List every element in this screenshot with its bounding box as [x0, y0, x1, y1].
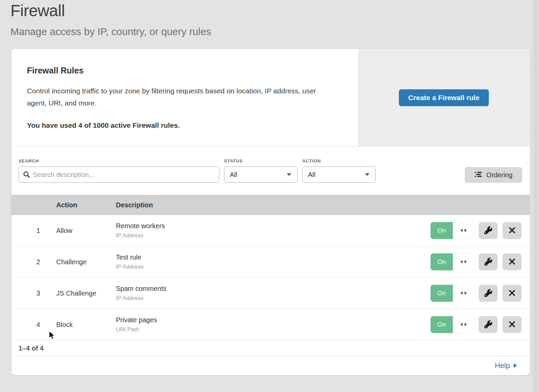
- edit-rule-button[interactable]: [479, 285, 498, 302]
- rule-enabled-toggle[interactable]: On: [431, 222, 474, 239]
- hero-text-block: Firewall Rules Control incoming traffic …: [11, 49, 358, 146]
- rule-description: Spam comments IP Address: [116, 285, 431, 302]
- search-group: SEARCH: [19, 158, 219, 183]
- delete-rule-button[interactable]: [503, 253, 521, 270]
- action-selected-value: All: [308, 171, 315, 179]
- toggle-handle[interactable]: [453, 316, 474, 333]
- card-footer: Help: [11, 356, 530, 375]
- toggle-on-label[interactable]: On: [431, 222, 453, 239]
- table-header: Action Description: [11, 195, 530, 215]
- left-right-arrows-icon: [460, 290, 467, 296]
- close-icon: [508, 321, 516, 329]
- ordering-button[interactable]: Ordering: [465, 167, 522, 183]
- rule-controls: On: [431, 316, 530, 333]
- action-group: ACTION All: [302, 158, 376, 183]
- rule-enabled-toggle[interactable]: On: [431, 253, 474, 270]
- chevron-down-icon: [364, 172, 370, 178]
- table-row: 4 Block Private pages URI Path On: [11, 309, 530, 340]
- left-right-arrows-icon: [460, 322, 467, 328]
- list-icon: [475, 171, 482, 179]
- rule-description: Test rule IP Address: [116, 253, 431, 270]
- close-icon: [508, 227, 516, 235]
- action-label: ACTION: [302, 158, 376, 163]
- firewall-rules-card: Firewall Rules Control incoming traffic …: [11, 49, 530, 375]
- wrench-icon: [484, 226, 492, 235]
- help-link[interactable]: Help: [495, 361, 517, 370]
- hero-title: Firewall Rules: [27, 66, 338, 76]
- hero-section: Firewall Rules Control incoming traffic …: [11, 49, 530, 147]
- hero-description: Control incoming traffic to your zone by…: [27, 85, 338, 109]
- delete-rule-button[interactable]: [503, 222, 521, 239]
- toggle-on-label[interactable]: On: [431, 285, 453, 302]
- rule-match-type: IP Address: [116, 295, 431, 302]
- rule-description-title: Spam comments: [116, 285, 431, 293]
- search-input[interactable]: [19, 167, 219, 183]
- chevron-down-icon: [286, 172, 292, 178]
- toggle-on-label[interactable]: On: [431, 253, 453, 270]
- toggle-handle[interactable]: [453, 285, 474, 302]
- toggle-handle[interactable]: [453, 253, 474, 270]
- left-right-arrows-icon: [460, 228, 467, 234]
- status-select[interactable]: All: [224, 167, 297, 183]
- rule-match-type: IP Address: [116, 232, 431, 239]
- rule-description: Private pages URI Path: [116, 316, 431, 333]
- search-label: SEARCH: [19, 158, 219, 163]
- wrench-icon: [484, 289, 492, 298]
- rule-controls: On: [431, 253, 530, 270]
- rule-controls: On: [431, 222, 530, 239]
- wrench-icon: [484, 320, 492, 329]
- edit-rule-button[interactable]: [479, 222, 498, 239]
- edit-rule-button[interactable]: [479, 316, 498, 333]
- toggle-handle[interactable]: [453, 222, 474, 239]
- action-select[interactable]: All: [302, 167, 376, 183]
- close-icon: [508, 258, 516, 266]
- page-title: Firewall: [10, 1, 539, 20]
- rule-description-title: Private pages: [116, 316, 431, 324]
- status-label: STATUS: [224, 158, 297, 163]
- delete-rule-button[interactable]: [503, 285, 521, 302]
- search-field-wrap: [19, 167, 219, 183]
- wrench-icon: [484, 258, 492, 267]
- table-row: 1 Allow Remote workers IP Address On: [11, 215, 530, 246]
- filter-bar: SEARCH STATUS All ACTION All: [11, 147, 530, 195]
- rule-description-title: Remote workers: [116, 222, 431, 230]
- rule-description: Remote workers IP Address: [116, 222, 431, 239]
- rule-action: JS Challenge: [56, 290, 116, 297]
- rule-controls: On: [431, 285, 530, 302]
- rule-priority: 2: [11, 258, 56, 266]
- left-right-arrows-icon: [460, 259, 467, 265]
- rule-match-type: IP Address: [116, 264, 431, 270]
- create-firewall-rule-button[interactable]: Create a Firewall rule: [399, 89, 489, 106]
- table-row: 2 Challenge Test rule IP Address On: [11, 246, 530, 278]
- rule-action: Block: [56, 321, 116, 329]
- rule-action: Allow: [56, 227, 116, 235]
- chevron-right-icon: [513, 361, 517, 370]
- pagination-summary: 1–4 of 4: [19, 344, 43, 352]
- usage-summary: You have used 4 of 1000 active Firewall …: [27, 121, 338, 129]
- edit-rule-button[interactable]: [479, 253, 498, 270]
- delete-rule-button[interactable]: [503, 316, 521, 333]
- table-row: 3 JS Challenge Spam comments IP Address …: [11, 278, 530, 309]
- status-selected-value: All: [230, 171, 237, 179]
- rule-enabled-toggle[interactable]: On: [431, 285, 474, 302]
- status-group: STATUS All: [224, 158, 297, 183]
- help-link-label: Help: [495, 361, 510, 370]
- rule-enabled-toggle[interactable]: On: [431, 316, 474, 333]
- page-header: Firewall Manage access by IP, country, o…: [0, 0, 539, 37]
- hero-action-panel: Create a Firewall rule: [358, 49, 530, 146]
- pagination-row: 1–4 of 4: [11, 340, 530, 356]
- window-edge: [531, 0, 539, 392]
- column-action: Action: [56, 201, 116, 209]
- rule-match-type: URI Path: [116, 326, 431, 333]
- rule-action: Challenge: [56, 258, 116, 266]
- close-icon: [508, 289, 516, 298]
- rule-description-title: Test rule: [116, 253, 431, 261]
- rule-priority: 4: [11, 321, 56, 329]
- search-icon: [23, 171, 30, 180]
- page-subtitle: Manage access by IP, country, or query r…: [10, 26, 539, 37]
- ordering-button-label: Ordering: [486, 171, 513, 179]
- toggle-on-label[interactable]: On: [431, 316, 453, 333]
- rule-priority: 1: [11, 227, 56, 235]
- column-description: Description: [116, 201, 530, 209]
- rule-priority: 3: [11, 290, 56, 297]
